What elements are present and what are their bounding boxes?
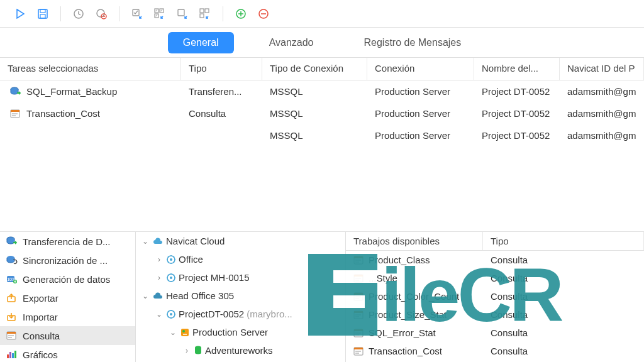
cell-conn: Production Server	[367, 126, 474, 145]
category-query[interactable]: Consulta	[0, 326, 135, 345]
gen-icon: 101	[6, 274, 18, 284]
job-type: Consulta	[483, 325, 644, 341]
remove-history-button[interactable]	[91, 4, 111, 24]
tree-node[interactable]: ⌄Production Server	[136, 323, 345, 341]
col-name[interactable]: Nombre del...	[474, 58, 560, 80]
svg-rect-13	[205, 9, 209, 13]
svg-rect-55	[354, 256, 363, 258]
tree-caret-icon[interactable]: ⌄	[155, 310, 164, 319]
cell-navicat: adamsmith@gm	[560, 126, 644, 145]
cell-projname: Project DT-0052	[474, 82, 560, 101]
remove-button[interactable]	[253, 4, 274, 24]
tree-node[interactable]: ›Project MH-0015	[136, 268, 345, 287]
category-chart[interactable]: Gráficos	[0, 345, 135, 362]
tree-node[interactable]: ⌄Head Office 305	[136, 287, 345, 305]
svg-rect-63	[354, 293, 363, 295]
tree-caret-icon[interactable]: ⌄	[141, 237, 150, 246]
tree-caret-icon[interactable]: ⌄	[169, 328, 177, 337]
tree-caret-icon[interactable]: ›	[155, 255, 164, 264]
export-icon	[6, 293, 18, 303]
query-icon	[353, 292, 365, 302]
cloud2-icon	[152, 292, 164, 300]
tree-node[interactable]: ›Adventureworks	[136, 341, 345, 359]
job-label: Product_Size_Stat	[369, 309, 447, 320]
category-sync[interactable]: Sincronización de ...	[0, 251, 135, 270]
category-label: Exportar	[23, 293, 58, 304]
gear-icon	[166, 255, 176, 265]
query-icon	[353, 346, 365, 356]
col-conn[interactable]: Conexión	[367, 58, 474, 80]
job-row[interactable]: Product_Color_CountConsulta	[346, 287, 644, 305]
job-row[interactable]: Product_ClassConsulta	[346, 251, 644, 269]
category-label: Transferencia de D...	[23, 236, 111, 247]
table-row[interactable]: Transaction_Cost Consulta MSSQL Producti…	[0, 102, 644, 124]
cloud-icon	[152, 237, 164, 246]
job-row[interactable]: Product_Size_StatConsulta	[346, 305, 644, 324]
tab-advanced[interactable]: Avanzado	[254, 32, 329, 53]
job-row[interactable]: SQL_Error_StatConsulta	[346, 324, 644, 342]
tree-panel: ⌄Navicat Cloud›Office›Project MH-0015⌄He…	[136, 232, 346, 362]
job-row[interactable]: ...StyleConsulta	[346, 269, 644, 287]
gear-icon	[166, 273, 176, 283]
job-type: Consulta	[483, 307, 644, 322]
history-button[interactable]	[69, 4, 89, 24]
query-icon	[6, 331, 18, 341]
jobs-panel: Trabajos disponibles Tipo Product_ClassC…	[346, 232, 644, 362]
tree-caret-icon[interactable]: ›	[182, 346, 191, 355]
tree-caret-icon[interactable]: ⌄	[141, 292, 150, 300]
play-button[interactable]	[10, 4, 30, 24]
cell-conntype: MSSQL	[262, 104, 367, 123]
save-button[interactable]	[33, 4, 53, 24]
tree-label: Production Server	[192, 327, 268, 337]
cell-type: Consulta	[181, 104, 262, 123]
select-button-3[interactable]	[172, 4, 192, 24]
category-import[interactable]: Importar	[0, 307, 135, 326]
cell-navicat: adamsmith@gm	[560, 82, 644, 101]
svg-rect-2	[40, 14, 45, 18]
svg-point-49	[170, 313, 172, 315]
tree-node[interactable]: ›Office	[136, 250, 345, 268]
add-button[interactable]	[231, 4, 251, 24]
query-icon	[353, 310, 365, 320]
category-export[interactable]: Exportar	[0, 288, 135, 307]
col-conntype[interactable]: Tipo de Conexión	[262, 58, 367, 80]
job-label: SQL_Error_Stat	[369, 327, 436, 338]
chart-icon	[6, 349, 18, 359]
job-type: Consulta	[483, 343, 644, 359]
select-button-4[interactable]	[195, 4, 215, 24]
tree-label: Project MH-0015	[179, 272, 250, 283]
transfer-icon	[10, 87, 21, 97]
tree-node[interactable]: ⌄ProjectDT-0052 (marybro...	[136, 305, 345, 323]
cell-projname: Project DT-0052	[474, 104, 560, 123]
cell-type	[181, 132, 262, 140]
cell-projname: Project DT-0052	[474, 126, 560, 145]
job-type: Consulta	[483, 270, 644, 286]
job-row[interactable]: Transaction_CostConsulta	[346, 342, 644, 360]
category-gen[interactable]: 101Generación de datos	[0, 270, 135, 288]
tree-label: ProjectDT-0052	[179, 309, 244, 319]
svg-rect-14	[200, 14, 204, 18]
category-transfer[interactable]: Transferencia de D...	[0, 232, 135, 251]
col-navicat[interactable]: Navicat ID del P	[560, 58, 644, 80]
select-button-1[interactable]	[127, 4, 147, 24]
toolbar-separator	[60, 6, 61, 21]
col-tasks[interactable]: Tareas seleccionadas	[0, 58, 181, 80]
category-label: Sincronización de ...	[23, 255, 108, 266]
svg-rect-11	[178, 9, 184, 16]
tree-label: Adventureworks	[205, 345, 273, 356]
table-row[interactable]: MSSQL Production Server Project DT-0052 …	[0, 124, 644, 146]
select-button-2[interactable]	[150, 4, 170, 24]
tree-caret-icon[interactable]: ›	[155, 273, 164, 282]
svg-point-47	[170, 277, 172, 279]
tree-node[interactable]: ⌄Navicat Cloud	[136, 232, 345, 250]
table-row[interactable]: SQL_Format_Backup Transferen... MSSQL Pr…	[0, 80, 644, 102]
col-type[interactable]: Tipo	[181, 58, 262, 80]
query-icon	[353, 255, 365, 265]
col-jobs[interactable]: Trabajos disponibles	[346, 232, 483, 250]
col-jobtype[interactable]: Tipo	[483, 232, 644, 250]
job-label: ...Style	[369, 273, 397, 283]
query-icon	[10, 109, 21, 119]
tab-log[interactable]: Registro de Mensajes	[349, 32, 477, 53]
tab-general[interactable]: General	[168, 32, 234, 53]
svg-rect-59	[354, 275, 363, 277]
